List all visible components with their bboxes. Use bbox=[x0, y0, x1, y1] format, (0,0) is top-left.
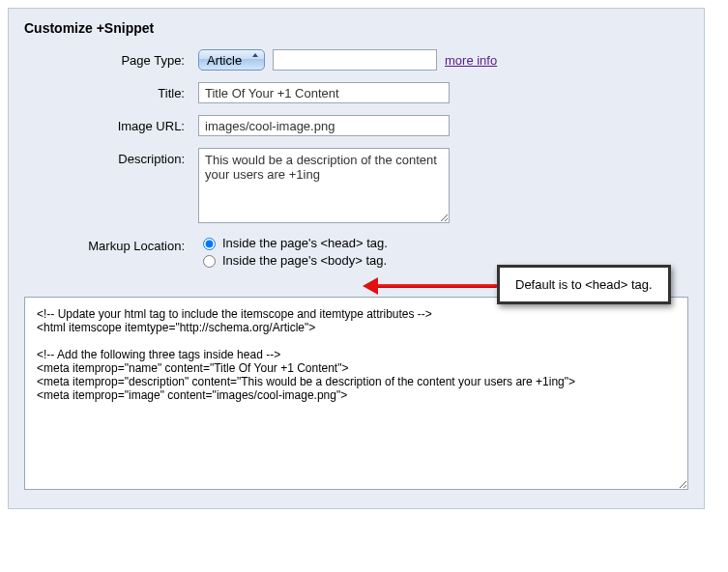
markup-location-head-label: Inside the page's <head> tag. bbox=[222, 236, 388, 250]
row-title: Title: bbox=[24, 82, 688, 103]
label-page-type: Page Type: bbox=[24, 49, 198, 68]
output-code-textarea[interactable] bbox=[24, 297, 688, 490]
label-image-url: Image URL: bbox=[24, 115, 198, 133]
page-type-select[interactable]: Article bbox=[198, 49, 265, 71]
page-type-extra-input[interactable] bbox=[273, 49, 437, 71]
callout-box: Default is to <head> tag. bbox=[497, 265, 671, 304]
markup-location-body-item: Inside the page's <body> tag. bbox=[198, 252, 388, 268]
more-info-link[interactable]: more info bbox=[445, 53, 497, 68]
row-image-url: Image URL: bbox=[24, 115, 688, 136]
label-title: Title: bbox=[24, 82, 198, 100]
arrow-annotation bbox=[363, 280, 498, 292]
snippet-panel: Customize +Snippet Page Type: Article mo… bbox=[8, 8, 705, 509]
markup-location-body-label: Inside the page's <body> tag. bbox=[222, 253, 387, 268]
image-url-input[interactable] bbox=[198, 115, 450, 136]
markup-location-head-radio[interactable] bbox=[203, 238, 216, 250]
title-input[interactable] bbox=[198, 82, 450, 103]
arrow-line bbox=[374, 284, 498, 288]
arrow-head-icon bbox=[363, 277, 378, 295]
row-markup-location: Markup Location: Inside the page's <head… bbox=[24, 235, 688, 268]
description-textarea[interactable] bbox=[198, 148, 450, 223]
markup-location-head-item: Inside the page's <head> tag. bbox=[198, 235, 388, 250]
row-page-type: Page Type: Article more info bbox=[24, 49, 688, 71]
label-markup-location: Markup Location: bbox=[24, 235, 198, 253]
label-description: Description: bbox=[24, 148, 198, 166]
markup-location-group: Inside the page's <head> tag. Inside the… bbox=[198, 235, 388, 268]
page-type-select-wrap: Article bbox=[198, 49, 265, 71]
row-description: Description: bbox=[24, 148, 688, 223]
panel-heading: Customize +Snippet bbox=[24, 20, 688, 36]
markup-location-body-radio[interactable] bbox=[203, 255, 216, 268]
